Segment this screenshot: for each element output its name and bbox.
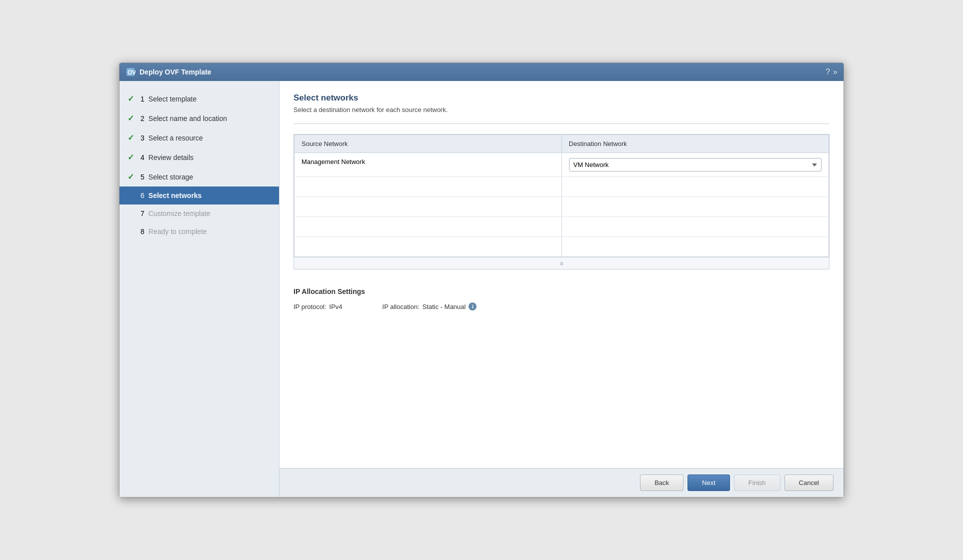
footer: Back Next Finish Cancel [280, 468, 844, 497]
sidebar-label-3: Select a resource [148, 134, 203, 142]
ip-allocation-value: Static - Manual [422, 303, 466, 310]
check-icon-3: ✓ [128, 133, 136, 142]
empty-source-3 [294, 217, 562, 237]
title-bar: OV Deploy OVF Template ? » [120, 63, 844, 81]
col-source-header: Source Network [294, 135, 562, 153]
step-number-3: 3 [140, 134, 144, 142]
empty-source-1 [294, 177, 562, 197]
empty-dest-4 [562, 237, 829, 257]
sidebar-item-select-template[interactable]: ✓ 1 Select template [120, 89, 279, 108]
ip-allocation-field: IP allocation: Static - Manual i [382, 302, 477, 310]
empty-dest-1 [562, 177, 829, 197]
svg-text:OV: OV [128, 69, 136, 76]
content-area: ✓ 1 Select template ✓ 2 Select name and … [120, 81, 844, 497]
ip-allocation-label: IP allocation: [382, 303, 420, 310]
sidebar-item-customize-template: 7 Customize template [120, 204, 279, 222]
empty-row-2 [294, 197, 829, 217]
sidebar-item-select-name[interactable]: ✓ 2 Select name and location [120, 108, 279, 128]
ip-protocol-value: IPv4 [330, 303, 342, 310]
sidebar-item-ready-to-complete: 8 Ready to complete [120, 222, 279, 240]
step-number-4: 4 [140, 154, 144, 162]
sidebar-label-1: Select template [148, 95, 197, 103]
step-number-1: 1 [140, 95, 144, 103]
sidebar-label-8: Ready to complete [148, 228, 207, 236]
sidebar-label-6: Select networks [148, 192, 202, 200]
deploy-ovf-window: OV Deploy OVF Template ? » ✓ 1 Select te… [119, 62, 844, 498]
next-button[interactable]: Next [688, 474, 730, 491]
title-bar-controls: ? » [826, 68, 838, 76]
empty-source-4 [294, 237, 562, 257]
sidebar-item-review-details[interactable]: ✓ 4 Review details [120, 148, 279, 167]
network-table-wrapper: Source Network Destination Network Manag… [294, 134, 830, 270]
source-network-cell: Management Network [294, 153, 562, 177]
scroll-indicator: ≡ [560, 260, 563, 267]
help-button[interactable]: ? [826, 68, 830, 76]
col-destination-header: Destination Network [562, 135, 829, 153]
info-icon[interactable]: i [468, 302, 476, 310]
empty-row-1 [294, 177, 829, 197]
ip-protocol-field: IP protocol: IPv4 [294, 303, 342, 310]
step-number-8: 8 [140, 228, 144, 236]
table-scroll-bar: ≡ [294, 257, 829, 269]
ip-section-title: IP Allocation Settings [294, 288, 830, 296]
cancel-button[interactable]: Cancel [784, 474, 834, 491]
sidebar: ✓ 1 Select template ✓ 2 Select name and … [120, 81, 280, 497]
ip-row: IP protocol: IPv4 IP allocation: Static … [294, 302, 830, 310]
sidebar-label-7: Customize template [148, 210, 210, 218]
empty-source-2 [294, 197, 562, 217]
window-title: Deploy OVF Template [140, 68, 212, 76]
empty-dest-2 [562, 197, 829, 217]
destination-network-select[interactable]: VM Network Management Network [569, 158, 822, 172]
table-header-row: Source Network Destination Network [294, 135, 829, 153]
sidebar-item-select-networks[interactable]: 6 Select networks [120, 186, 279, 204]
check-icon-4: ✓ [128, 152, 136, 162]
main-content: Select networks Select a destination net… [280, 81, 844, 468]
section-subtitle: Select a destination network for each so… [294, 106, 830, 114]
step-number-2: 2 [140, 114, 144, 122]
sidebar-label-2: Select name and location [148, 114, 227, 122]
ip-protocol-label: IP protocol: [294, 303, 326, 310]
ip-allocation-section: IP Allocation Settings IP protocol: IPv4… [294, 280, 830, 310]
step-number-6: 6 [140, 192, 144, 200]
ovf-icon: OV [126, 67, 136, 77]
check-icon-1: ✓ [128, 94, 136, 104]
table-body: Management Network VM Network Management… [294, 153, 829, 257]
check-icon-2: ✓ [128, 114, 136, 123]
sidebar-label-4: Review details [148, 154, 194, 162]
empty-row-4 [294, 237, 829, 257]
sidebar-item-select-storage[interactable]: ✓ 5 Select storage [120, 167, 279, 186]
empty-dest-3 [562, 217, 829, 237]
expand-button[interactable]: » [833, 68, 838, 76]
network-table: Source Network Destination Network Manag… [294, 134, 829, 257]
step-number-5: 5 [140, 173, 144, 181]
step-number-7: 7 [140, 210, 144, 218]
back-button[interactable]: Back [640, 474, 684, 491]
table-row: Management Network VM Network Management… [294, 153, 829, 177]
finish-button: Finish [734, 474, 780, 491]
main-panel: Select networks Select a destination net… [280, 81, 844, 497]
section-title: Select networks [294, 93, 830, 103]
title-bar-left: OV Deploy OVF Template [126, 67, 212, 77]
sidebar-label-5: Select storage [148, 173, 194, 181]
sidebar-item-select-resource[interactable]: ✓ 3 Select a resource [120, 128, 279, 148]
section-divider [294, 124, 830, 124]
check-icon-5: ✓ [128, 172, 136, 182]
empty-row-3 [294, 217, 829, 237]
destination-network-cell: VM Network Management Network [562, 153, 829, 177]
